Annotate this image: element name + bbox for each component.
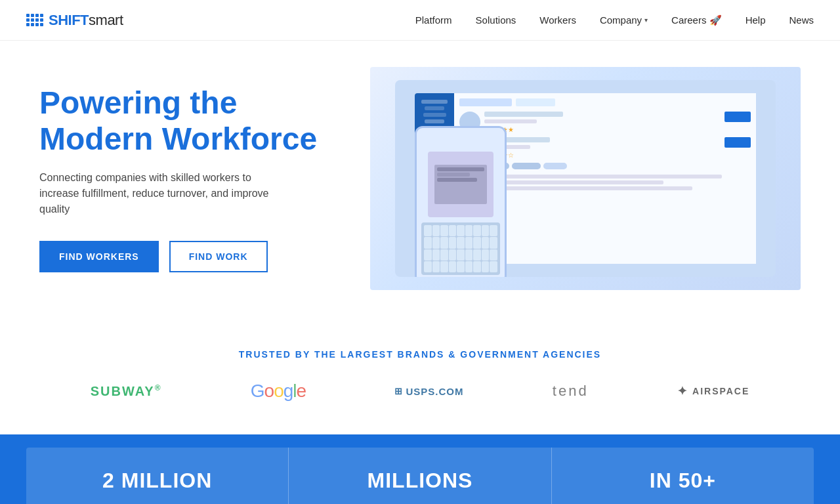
- header: SHIFTsmart Platform Solutions Workers Co…: [0, 0, 840, 41]
- trusted-title: TRUSTED BY THE LARGEST BRANDS & GOVERNME…: [39, 349, 801, 360]
- stat-number-3: IN 50+: [650, 469, 716, 493]
- nav-news[interactable]: News: [789, 14, 814, 26]
- laptop-mockup: ★★★★★ ★★★★☆: [395, 80, 776, 277]
- hero-heading: Powering the Modern Workforce: [39, 85, 328, 157]
- hero-subtext: Connecting companies with skilled worker…: [39, 170, 289, 217]
- nav-company[interactable]: Company ▾: [600, 14, 648, 26]
- stat-block-2: MILLIONS: [289, 448, 551, 504]
- hero-left: Powering the Modern Workforce Connecting…: [39, 85, 354, 272]
- airspace-logo: ✦ AIRSPACE: [677, 384, 749, 398]
- find-workers-button[interactable]: FIND WORKERS: [39, 241, 159, 272]
- brand-logos-row: SUBWAY® Google ⊞ USPS.COM tend ✦ AIRSPAC…: [39, 381, 801, 402]
- hero-right: ★★★★★ ★★★★☆: [354, 67, 801, 290]
- logo[interactable]: SHIFTsmart: [26, 12, 123, 29]
- nav-platform[interactable]: Platform: [415, 14, 452, 26]
- nav-help[interactable]: Help: [746, 14, 766, 26]
- main-nav: Platform Solutions Workers Company ▾ Car…: [415, 14, 814, 26]
- usps-logo: ⊞ USPS.COM: [394, 386, 463, 397]
- stat-block-1: 2 MILLION: [26, 448, 289, 504]
- phone-keyboard-mockup: [421, 222, 500, 275]
- stat-number-2: MILLIONS: [368, 469, 473, 493]
- phone-mockup: [415, 126, 507, 277]
- find-work-button[interactable]: FIND WORK: [169, 241, 268, 272]
- hero-section: Powering the Modern Workforce Connecting…: [0, 41, 840, 316]
- stats-section: 2 MILLION MILLIONS IN 50+: [0, 434, 840, 504]
- logo-grid-icon: [26, 14, 43, 26]
- subway-logo: SUBWAY®: [91, 383, 162, 399]
- airspace-icon: ✦: [677, 384, 688, 398]
- stat-block-3: IN 50+: [552, 448, 814, 504]
- chevron-down-icon: ▾: [644, 16, 648, 24]
- stat-number-1: 2 MILLION: [102, 469, 212, 493]
- trusted-section: TRUSTED BY THE LARGEST BRANDS & GOVERNME…: [0, 316, 840, 421]
- stats-inner: 2 MILLION MILLIONS IN 50+: [26, 448, 814, 504]
- nav-workers[interactable]: Workers: [539, 14, 576, 26]
- hero-buttons: FIND WORKERS FIND WORK: [39, 241, 328, 272]
- google-logo: Google: [251, 381, 306, 402]
- nav-careers[interactable]: Careers 🚀: [671, 14, 722, 26]
- logo-text: SHIFTsmart: [49, 12, 123, 29]
- hero-image: ★★★★★ ★★★★☆: [370, 67, 801, 290]
- nav-solutions[interactable]: Solutions: [476, 14, 516, 26]
- tend-logo: tend: [553, 383, 589, 400]
